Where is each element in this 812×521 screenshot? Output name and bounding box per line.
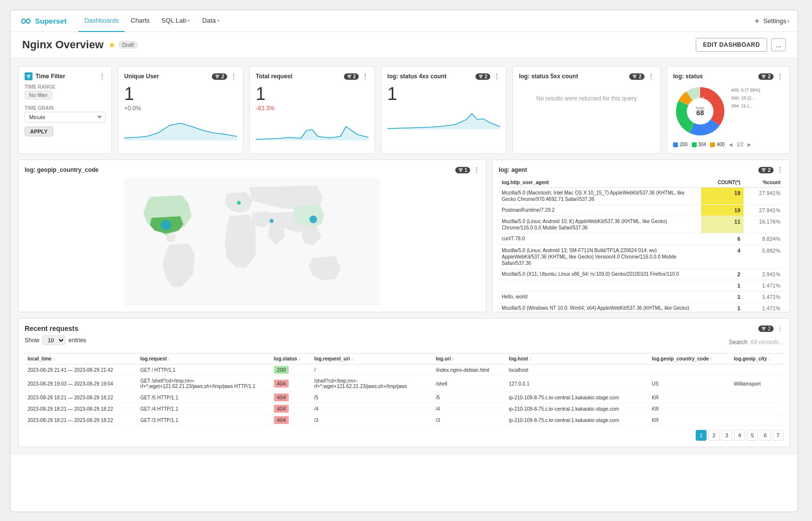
- uri-cell: /3: [433, 415, 506, 426]
- count-col-header[interactable]: COUNT(*): [701, 178, 743, 188]
- legend-dot-304: [692, 142, 697, 147]
- status-badge: 404: [274, 405, 289, 413]
- donut-prev-icon[interactable]: ◀: [729, 142, 733, 147]
- time-filter-menu[interactable]: ⋮: [99, 72, 105, 80]
- status-badge: 200: [274, 366, 289, 374]
- unique-user-sparkline: [124, 116, 237, 140]
- svg-rect-17: [634, 77, 636, 78]
- agent-menu[interactable]: ⋮: [777, 166, 783, 174]
- page-button-1[interactable]: 1: [696, 430, 707, 441]
- edit-dashboard-button[interactable]: EDIT DASHBOARD: [696, 38, 768, 52]
- status-4xx-badge: 2: [475, 73, 491, 80]
- filter-icon: [25, 72, 33, 80]
- page-button-4[interactable]: 4: [734, 430, 745, 441]
- col-log-city[interactable]: log.geoip_city ↕: [731, 354, 783, 364]
- unique-user-badge: 2: [212, 73, 227, 80]
- country-cell: US: [649, 376, 731, 392]
- agent-cell: Mozilla/5.0 (Windows NT 10.0; Win64; x64…: [499, 303, 701, 312]
- star-icon[interactable]: ★: [108, 40, 115, 50]
- col-log-status[interactable]: log.status ↕: [271, 354, 311, 364]
- unique-user-menu[interactable]: ⋮: [230, 72, 237, 80]
- donut-pagination: 1/2: [737, 142, 744, 147]
- time-cell: 2023-08-29 18:21 — 2023-08-29 18:22: [25, 392, 137, 403]
- nav-data[interactable]: Data ▾: [196, 10, 225, 32]
- nav-logo-text: Superset: [35, 17, 67, 25]
- svg-rect-35: [763, 171, 765, 172]
- sort-icon-city: ↕: [768, 357, 771, 361]
- map-menu[interactable]: ⋮: [473, 166, 480, 174]
- time-grain-label: TIME GRAIN: [25, 105, 105, 111]
- apply-button[interactable]: APPLY: [25, 127, 53, 136]
- agent-cell: Mozilla/5.0 (Macintosh; Intel Mac OS X 1…: [499, 188, 701, 205]
- request-cell: GET /5 HTTP/1.1: [137, 392, 271, 403]
- add-button[interactable]: +: [755, 17, 759, 26]
- time-cell: 2023-08-29 18:21 — 2023-08-29 18:22: [25, 403, 137, 415]
- count-cell: 19: [701, 205, 743, 216]
- agent-title: log: agent 2 ⋮: [499, 166, 783, 174]
- time-range-label: TIME RANGE: [25, 84, 105, 90]
- page-button-7[interactable]: 7: [773, 430, 783, 441]
- col-local-time[interactable]: local_time ↕: [25, 354, 137, 364]
- svg-rect-7: [347, 75, 351, 76]
- country-cell: KR: [649, 392, 731, 403]
- agent-col-header[interactable]: log.http_user_agent: [499, 178, 701, 188]
- col-log-request[interactable]: log.request ↕: [137, 354, 271, 364]
- nav-dashboards[interactable]: Dashboards: [78, 10, 125, 32]
- world-map: [25, 178, 480, 306]
- svg-rect-31: [460, 171, 462, 172]
- count-cell: 1: [701, 280, 743, 291]
- sort-icon-request: ↕: [168, 357, 170, 361]
- donut-chart: Total: 68: [673, 84, 727, 138]
- sqllab-arrow-icon: ▾: [188, 18, 190, 23]
- more-options-button[interactable]: ...: [771, 38, 786, 51]
- request-cell: GET /3 HTTP/1.1: [137, 415, 271, 426]
- agent-table: log.http_user_agent COUNT(*) %count Mozi…: [499, 178, 783, 312]
- uri-cell: /5: [433, 392, 506, 403]
- settings-button[interactable]: Settings ▾: [763, 17, 790, 25]
- total-request-menu[interactable]: ⋮: [362, 72, 369, 80]
- status-4xx-menu[interactable]: ⋮: [493, 72, 500, 80]
- donut-label-1: 405: 5 (7.35%): [731, 86, 760, 94]
- donut-next-icon[interactable]: ▶: [747, 142, 751, 147]
- legend-400: 400: [710, 142, 725, 147]
- svg-rect-11: [479, 75, 483, 76]
- top-row: Time Filter ⋮ TIME RANGE No filter TIME …: [18, 66, 790, 154]
- page-button-2[interactable]: 2: [709, 430, 719, 441]
- nav-charts[interactable]: Charts: [125, 10, 155, 32]
- page-button-3[interactable]: 3: [721, 430, 732, 441]
- nav-sqllab[interactable]: SQL Lab ▾: [156, 10, 197, 32]
- count-cell: 1: [701, 303, 743, 312]
- log-status-menu[interactable]: ⋮: [777, 72, 783, 80]
- col-log-country[interactable]: log.geoip_country_code ↕: [649, 354, 731, 364]
- svg-rect-2: [28, 77, 30, 78]
- agent-table-row: Mozilla/5.0 (Linux; Android 13; SM-F711N…: [499, 245, 783, 268]
- total-request-badge: 2: [344, 73, 359, 80]
- svg-rect-34: [762, 170, 765, 171]
- table-row: 2023-08-29 18:21 — 2023-08-29 18:22 GET …: [25, 403, 783, 415]
- city-cell: [731, 392, 783, 403]
- page-button-6[interactable]: 6: [760, 430, 771, 441]
- agent-table-row: Mozilla/5.0 (X11; Ubuntu; Linux x86_64; …: [499, 268, 783, 280]
- col-log-request-uri[interactable]: log.request_uri ↕: [311, 354, 433, 364]
- uri-cell: /index.nginx-debian.html: [433, 364, 506, 376]
- city-cell: [731, 403, 783, 415]
- pct-col-header[interactable]: %count: [744, 178, 783, 188]
- draft-badge: Draft: [118, 41, 138, 49]
- status-5xx-menu[interactable]: ⋮: [647, 72, 654, 80]
- pct-cell: 8.824%: [744, 233, 783, 245]
- eastasia-marker: [309, 216, 317, 224]
- page-button-5[interactable]: 5: [747, 430, 758, 441]
- col-log-host[interactable]: log.host ↕: [506, 354, 649, 364]
- country-cell: KR: [649, 415, 731, 426]
- agent-cell: PostmanRuntime/7.29.2: [499, 205, 701, 216]
- unique-user-value: 1: [124, 84, 237, 104]
- recent-requests-menu[interactable]: ⋮: [777, 325, 783, 332]
- col-log-uri[interactable]: log.uri ↕: [433, 354, 506, 364]
- entries-select[interactable]: 10: [42, 335, 66, 345]
- requests-header-row: Recent requests 2 ⋮: [25, 325, 783, 332]
- donut-label-3: 304: 21 (...: [731, 102, 760, 110]
- usa-marker: [161, 220, 171, 230]
- host-cell: ip-210-109-8-75.c.kr-central-1.kakaokic-…: [506, 392, 649, 403]
- time-grain-select[interactable]: Minute: [25, 112, 105, 123]
- svg-rect-4: [216, 76, 219, 77]
